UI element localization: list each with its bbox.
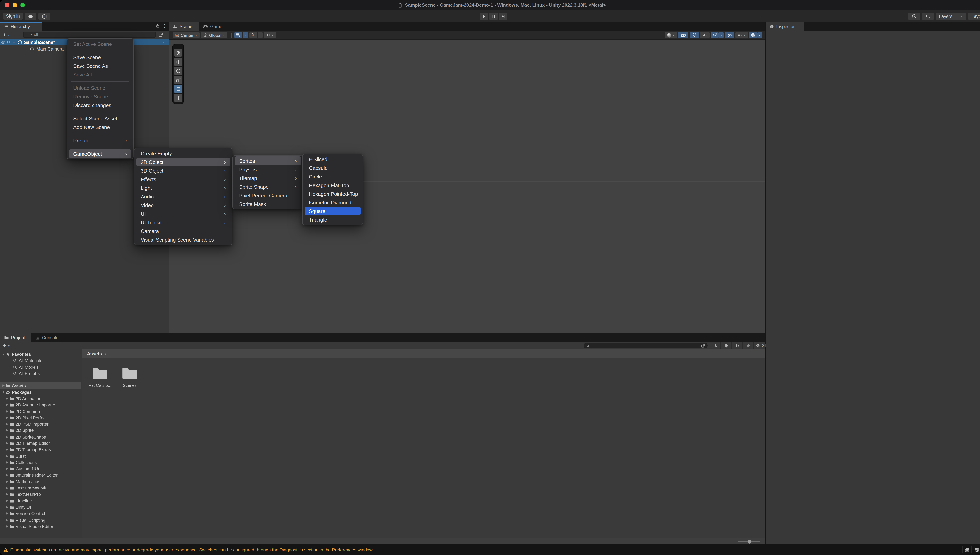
audio-toggle[interactable] <box>700 32 710 38</box>
menu-item-circle[interactable]: Circle <box>303 172 363 181</box>
menu-item-effects[interactable]: Effects› <box>134 175 232 184</box>
lock-icon[interactable] <box>155 24 160 28</box>
menu-item-sprite-mask[interactable]: Sprite Mask <box>233 200 303 208</box>
expander-icon[interactable]: ▶ <box>5 499 10 502</box>
create-asset-button[interactable]: + <box>3 342 6 348</box>
debugger-off-icon[interactable] <box>964 547 970 553</box>
scene-options-icon[interactable]: ⋮ <box>161 40 166 45</box>
menu-item-square[interactable]: Square <box>305 207 361 215</box>
menu-item-triangle[interactable]: Triangle <box>303 215 363 224</box>
gizmos-toggle[interactable] <box>749 32 757 38</box>
menu-item-isometric-diamond[interactable]: Isometric Diamond <box>303 198 363 207</box>
search-by-label-button[interactable] <box>721 342 731 350</box>
menu-item-ui[interactable]: UI› <box>134 209 232 218</box>
scale-tool[interactable] <box>174 76 182 84</box>
undo-history-button[interactable] <box>908 13 920 20</box>
menu-item-9-sliced[interactable]: 9-Sliced <box>303 155 363 164</box>
tree-item-jetbrains-rider-editor[interactable]: ▶JetBrains Rider Editor <box>0 472 81 478</box>
pause-button[interactable] <box>489 13 498 20</box>
menu-item-add-new-scene[interactable]: Add New Scene <box>67 123 133 132</box>
add-gameobject-button[interactable]: + <box>3 32 6 38</box>
tree-item-visual-studio-editor[interactable]: ▶Visual Studio Editor <box>0 523 81 529</box>
menu-item-video[interactable]: Video› <box>134 201 232 209</box>
move-tool[interactable] <box>174 58 182 66</box>
expander-icon[interactable]: ▶ <box>5 467 10 470</box>
tree-item-2d-sprite[interactable]: ▶2D Sprite <box>0 427 81 434</box>
menu-item-light[interactable]: Light› <box>134 184 232 192</box>
expander-icon[interactable]: ▶ <box>5 410 10 413</box>
effects-caret[interactable]: ▼ <box>719 32 724 38</box>
tree-item-2d-pixel-perfect[interactable]: ▶2D Pixel Perfect <box>0 414 81 421</box>
save-search-button[interactable] <box>742 342 753 350</box>
menu-item-tilemap[interactable]: Tilemap› <box>233 174 303 182</box>
expander-icon[interactable]: ▶ <box>5 473 10 477</box>
thumbnail-slider-thumb[interactable] <box>748 540 751 544</box>
expander-icon[interactable]: ▶ <box>5 525 10 528</box>
tree-item-version-control[interactable]: ▶Version Control <box>0 510 81 517</box>
rotate-tool[interactable] <box>174 67 182 75</box>
expander-icon[interactable]: ▶ <box>5 480 10 483</box>
sign-in-button[interactable]: Sign in <box>3 13 23 19</box>
tree-item-favorites[interactable]: ▼Favorites <box>0 351 81 358</box>
snap-increment-dropdown[interactable]: ▼ <box>264 32 276 38</box>
handle-rotation-dropdown[interactable]: Global ▼ <box>201 32 227 38</box>
menu-item-visual-scripting-scene-variables[interactable]: Visual Scripting Scene Variables <box>134 235 232 244</box>
menu-item-gameobject[interactable]: GameObject› <box>69 149 131 158</box>
menu-item-physics[interactable]: Physics› <box>233 165 303 174</box>
expander-icon[interactable]: ▶ <box>5 454 10 457</box>
expander-icon[interactable]: ▶ <box>5 429 10 432</box>
search-by-type-button[interactable] <box>710 342 721 350</box>
expander-icon[interactable]: ▶ <box>5 397 10 400</box>
expander-icon[interactable]: ▶ <box>5 435 10 438</box>
cloud-button[interactable] <box>25 13 37 20</box>
menu-item-select-scene-asset[interactable]: Select Scene Asset <box>67 114 133 123</box>
tree-item-2d-psd-importer[interactable]: ▶2D PSD Importer <box>0 421 81 427</box>
view-hand-tool[interactable] <box>174 49 182 57</box>
expander-icon[interactable]: ▶ <box>5 422 10 425</box>
expander-icon[interactable]: ▶ <box>5 493 10 496</box>
tree-item-unity-ui[interactable]: ▶Unity UI <box>0 504 81 510</box>
menu-item-sprites[interactable]: Sprites› <box>235 157 301 165</box>
grid-visibility-toggle[interactable] <box>234 32 242 38</box>
tools-overlay[interactable]: ⋯ <box>173 44 184 104</box>
tree-item-visual-scripting[interactable]: ▶Visual Scripting <box>0 517 81 523</box>
draw-mode-dropdown[interactable]: ▼ <box>665 32 677 38</box>
tree-item-2d-animation[interactable]: ▶2D Animation <box>0 395 81 402</box>
tree-item-mathematics[interactable]: ▶Mathematics <box>0 478 81 485</box>
pick-window-icon[interactable] <box>158 32 163 37</box>
expander-icon[interactable]: ▶ <box>5 416 10 419</box>
menu-item-save-scene-as[interactable]: Save Scene As <box>67 62 133 70</box>
rect-tool[interactable] <box>174 85 182 93</box>
search-by-import-log-button[interactable] <box>731 342 742 350</box>
expander-icon[interactable]: ▶ <box>5 461 10 464</box>
tree-item-2d-spriteshape[interactable]: ▶2D SpriteShape <box>0 434 81 440</box>
tree-item-collections[interactable]: ▶Collections <box>0 459 81 466</box>
menu-item-3d-object[interactable]: 3D Object› <box>134 166 232 175</box>
pick-window-icon[interactable] <box>701 343 705 348</box>
hierarchy-search-input[interactable]: ▼ All <box>23 32 156 38</box>
tab-project[interactable]: Project <box>0 334 31 342</box>
visibility-eye-icon[interactable] <box>1 40 5 45</box>
expander-icon[interactable]: ▶ <box>5 505 10 509</box>
devops-button[interactable] <box>38 13 50 20</box>
hidden-packages-count[interactable]: 21 <box>753 342 768 350</box>
tree-item-timeline[interactable]: ▶Timeline <box>0 497 81 504</box>
chevron-down-icon[interactable]: ▼ <box>8 344 10 347</box>
menu-item-hexagon-flat-top[interactable]: Hexagon Flat-Top <box>303 181 363 189</box>
2d-mode-toggle[interactable]: 2D <box>678 32 688 38</box>
tree-item-2d-common[interactable]: ▶2D Common <box>0 408 81 415</box>
cache-server-off-icon[interactable] <box>974 547 980 553</box>
project-search-input[interactable] <box>584 343 708 348</box>
pickability-hand-icon[interactable] <box>6 40 11 45</box>
status-message[interactable]: Diagnostic switches are active and may i… <box>10 544 374 555</box>
expander-icon[interactable]: ▼ <box>2 353 5 356</box>
menu-item-camera[interactable]: Camera <box>134 227 232 235</box>
layers-dropdown[interactable]: Layers▼ <box>936 13 966 20</box>
camera-settings-dropdown[interactable]: ▼ <box>735 32 748 38</box>
tree-item-all-prefabs[interactable]: All Prefabs <box>0 370 81 377</box>
menu-item-discard-changes[interactable]: Discard changes <box>67 101 133 109</box>
menu-item-hexagon-pointed-top[interactable]: Hexagon Pointed-Top <box>303 189 363 198</box>
layout-dropdown[interactable]: Layout▼ <box>968 13 980 20</box>
expander-icon[interactable]: ▶ <box>5 486 10 489</box>
expander-icon[interactable]: ▶ <box>5 403 10 406</box>
